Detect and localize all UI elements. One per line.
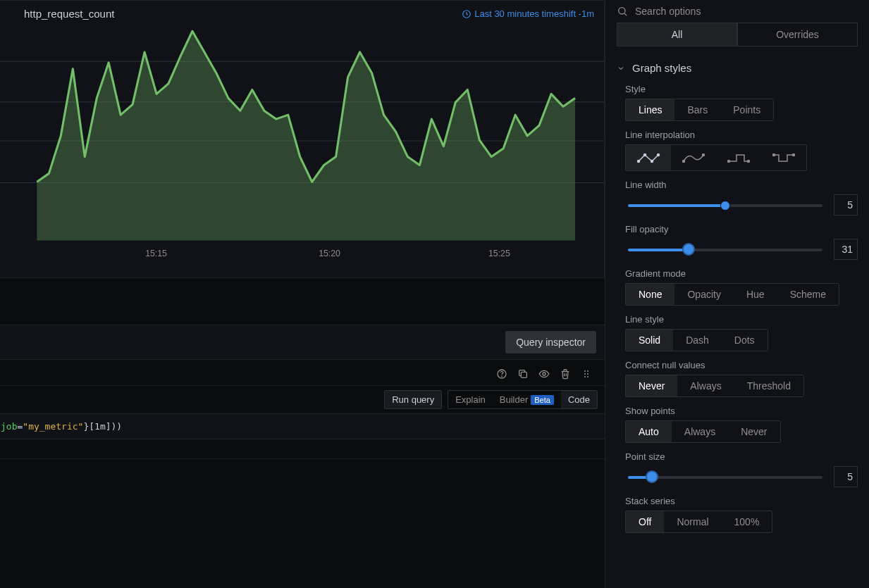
eye-icon[interactable] [538,368,550,380]
interp-step-before-button[interactable] [716,145,761,170]
svg-point-26 [748,161,750,163]
svg-point-19 [638,161,640,163]
stack-option-off[interactable]: Off [626,511,664,532]
svg-point-22 [658,154,660,156]
gradient-option-opacity[interactable]: Opacity [674,284,733,305]
svg-point-21 [651,161,653,163]
stack-option-normal[interactable]: Normal [664,511,721,532]
section-graph-styles[interactable]: Graph styles [605,52,869,80]
point-size-value[interactable]: 5 [834,466,858,487]
style-radio-group: LinesBarsPoints [625,99,774,121]
svg-point-23 [683,161,685,163]
svg-rect-10 [521,372,526,377]
svg-point-16 [584,376,586,377]
interp-smooth-button[interactable] [671,145,716,170]
query-code-line[interactable]: job="my_metric"}[1m])) [0,414,605,439]
show-points-option-never[interactable]: Never [728,421,779,442]
svg-point-18 [619,8,625,14]
svg-point-25 [728,161,730,163]
interp-step-after-button[interactable] [761,145,806,170]
section-title: Graph styles [632,62,691,74]
style-option-points[interactable]: Points [720,99,773,120]
options-sidebar: All Overrides Graph styles Style LinesBa… [605,0,869,588]
token-suffix: }[1m])) [83,421,122,432]
svg-point-17 [587,376,588,377]
interpolation-label: Line interpolation [625,130,858,140]
svg-point-15 [587,373,588,375]
code-toggle[interactable]: Code [561,391,597,408]
line-style-option-dash[interactable]: Dash [673,330,722,351]
run-query-button[interactable]: Run query [384,390,442,409]
time-range-badge[interactable]: Last 30 minutes timeshift -1m [462,8,594,19]
line-style-option-solid[interactable]: Solid [626,330,673,351]
line-width-value[interactable]: 5 [834,194,858,215]
tab-overrides[interactable]: Overrides [737,23,858,46]
panel-title: http_request_count [24,8,114,20]
drag-handle-icon[interactable] [581,368,592,380]
svg-point-28 [793,154,795,156]
stack-label: Stack series [625,496,858,506]
connect-null-label: Connect null values [625,360,858,370]
show-points-label: Show points [625,406,858,416]
gradient-label: Gradient mode [625,268,858,279]
svg-point-14 [584,373,586,375]
fill-opacity-slider[interactable] [625,242,825,256]
stack-option-100-[interactable]: 100% [722,511,772,532]
query-section: Query inspector Run query Explain [0,282,605,588]
interp-linear-button[interactable] [626,145,671,170]
svg-point-9 [502,376,503,377]
clock-icon [462,9,472,19]
gradient-option-scheme[interactable]: Scheme [777,284,839,305]
time-range-text: Last 30 minutes timeshift -1m [474,8,594,19]
connect-null-radio-group: NeverAlwaysThreshold [625,375,804,397]
fill-opacity-label: Fill opacity [625,224,858,234]
chart-panel: http_request_count Last 30 minutes times… [0,0,605,278]
svg-point-11 [543,373,546,375]
beta-badge: Beta [531,395,554,405]
show-points-option-auto[interactable]: Auto [626,421,672,442]
trash-icon[interactable] [560,368,571,380]
gradient-radio-group: NoneOpacityHueScheme [625,283,839,306]
connect-null-option-always[interactable]: Always [677,375,734,396]
point-size-slider[interactable] [625,470,825,484]
duplicate-icon[interactable] [517,368,529,380]
query-inspector-button[interactable]: Query inspector [505,331,596,354]
connect-null-option-threshold[interactable]: Threshold [734,375,803,396]
svg-text:15:20: 15:20 [319,249,340,258]
help-icon[interactable] [496,368,507,380]
line-style-label: Line style [625,314,858,325]
svg-text:15:25: 15:25 [488,249,510,258]
svg-point-12 [584,370,586,372]
style-option-bars[interactable]: Bars [674,99,720,120]
line-style-radio-group: SolidDashDots [625,329,768,351]
search-icon [617,6,628,17]
show-points-radio-group: AutoAlwaysNever [625,420,781,443]
line-width-label: Line width [625,180,858,190]
search-options-input[interactable] [635,6,858,17]
gradient-option-none[interactable]: None [626,284,674,305]
explain-toggle[interactable]: Explain [448,391,493,408]
chevron-down-icon [617,64,625,73]
token-string: "my_metric" [23,421,83,432]
fill-opacity-value[interactable]: 31 [834,239,858,260]
svg-point-27 [773,154,775,156]
chart-area: 15:1515:2015:25 [0,24,604,277]
line-style-option-dots[interactable]: Dots [722,330,768,351]
svg-text:15:15: 15:15 [145,249,167,258]
point-size-label: Point size [625,451,858,462]
connect-null-option-never[interactable]: Never [626,375,677,396]
svg-point-24 [703,154,705,156]
builder-toggle[interactable]: Builder Beta [493,391,561,408]
interpolation-radio-group [625,144,807,171]
builder-label: Builder [500,394,528,405]
gradient-option-hue[interactable]: Hue [734,284,777,305]
svg-point-20 [644,154,646,156]
svg-point-13 [587,370,588,372]
style-option-lines[interactable]: Lines [626,99,674,120]
line-width-slider[interactable] [625,198,825,212]
show-points-option-always[interactable]: Always [672,421,728,442]
query-mode-toggle: Explain Builder Beta Code [448,390,598,409]
token-label: job [1,421,17,432]
stack-radio-group: OffNormal100% [625,511,772,533]
tab-all[interactable]: All [617,23,737,46]
